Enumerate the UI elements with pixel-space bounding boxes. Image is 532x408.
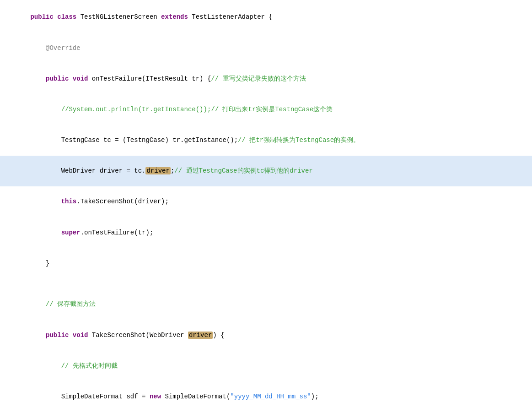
code-line: public class TestNGListenerScreen extend… bbox=[0, 2, 532, 33]
code-line: // 先格式化时间截 bbox=[0, 350, 532, 381]
code-line-highlighted: WebDriver driver = tc.driver;// 通过Testng… bbox=[0, 156, 532, 186]
code-line: this.TakeScreenShot(driver); bbox=[0, 186, 532, 217]
code-line bbox=[0, 279, 532, 289]
code-line: public void TakeScreenShot(WebDriver dri… bbox=[0, 320, 532, 350]
code-line: super.onTestFailure(tr); bbox=[0, 217, 532, 248]
code-line: public void onTestFailure(ITestResult tr… bbox=[0, 63, 532, 94]
code-editor: public class TestNGListenerScreen extend… bbox=[0, 0, 532, 408]
code-line: // 保存截图方法 bbox=[0, 289, 532, 320]
code-line: //System.out.println(tr.getInstance());/… bbox=[0, 94, 532, 125]
code-line: TestngCase tc = (TestngCase) tr.getInsta… bbox=[0, 125, 532, 156]
code-line: SimpleDateFormat sdf = new SimpleDateFor… bbox=[0, 381, 532, 408]
code-line: } bbox=[0, 248, 532, 278]
code-line: @Override bbox=[0, 33, 532, 63]
